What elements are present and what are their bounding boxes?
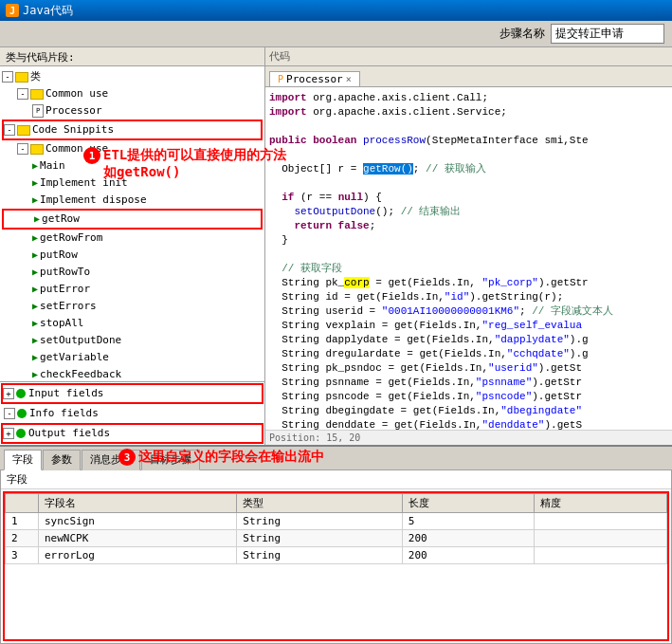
title-bar: J Java代码: [0, 0, 672, 21]
cell-precision: [535, 530, 667, 547]
tree-item-checkfeedback[interactable]: ▶ checkFeedback: [2, 366, 263, 381]
tab-target-steps[interactable]: 目标步骤: [141, 450, 200, 470]
cell-length: 5: [402, 513, 535, 530]
code-line: String psncode = get(Fields.In,"psncode"…: [269, 390, 668, 404]
code-line: String dapplydate = get(Fields.In,"dappl…: [269, 333, 668, 347]
code-line: }: [269, 233, 668, 248]
code-line: return false;: [269, 219, 668, 233]
cell-fieldname: errorLog: [38, 547, 236, 564]
code-line: setOutputDone(); // 结束输出: [269, 205, 668, 219]
arrow-icon: ▶: [32, 158, 38, 174]
code-line: // 获取字段: [269, 262, 668, 276]
arrow-icon: ▶: [34, 212, 40, 227]
tab-params[interactable]: 参数: [43, 450, 81, 470]
cell-type: String: [237, 530, 403, 547]
bottom-section: 3 这里自定义的字段会在输出流中 字段 参数 消息步骤 目标步骤 字段 字: [0, 445, 672, 644]
cell-row-num: 3: [6, 547, 39, 564]
tree-item-puterror[interactable]: ▶ putError: [2, 281, 263, 298]
file-icon: P: [32, 104, 44, 118]
tree-item-code-snippits[interactable]: - Code Snippits: [4, 121, 261, 138]
arrow-icon: ▶: [32, 230, 38, 246]
tree-toggle[interactable]: -: [17, 88, 28, 100]
tree-item-putrow[interactable]: ▶ putRow: [2, 247, 263, 264]
arrow-icon: ▶: [32, 282, 38, 297]
code-line: [269, 248, 668, 262]
code-line: if (r == null) {: [269, 191, 668, 205]
tree-item-processor[interactable]: P Processor: [2, 102, 263, 120]
bottom-tabs: 字段 参数 消息步骤 目标步骤: [0, 447, 672, 469]
code-line: String psnname = get(Fields.In,"psnname"…: [269, 376, 668, 390]
cell-precision: [535, 513, 667, 530]
cell-length: 200: [402, 530, 535, 547]
cell-row-num: 2: [6, 530, 39, 547]
tree-toggle[interactable]: +: [3, 388, 14, 399]
tree-item-common-use2[interactable]: - Common use: [2, 140, 263, 157]
tree-item-setoutputdone[interactable]: ▶ setOutputDone: [2, 332, 263, 349]
code-line: [269, 176, 668, 191]
code-line: [269, 148, 668, 162]
tree-item-output-fields[interactable]: + Output fields: [3, 425, 262, 442]
code-line: [269, 120, 668, 134]
code-line: String id = get(Fields.In,"id").getStrin…: [269, 290, 668, 304]
folder-icon: [30, 144, 44, 155]
cell-fieldname: syncSign: [38, 513, 236, 530]
arrow-icon: ▶: [32, 193, 38, 208]
step-name-value: 提交转正申请: [551, 24, 664, 44]
code-panel-header: 代码: [265, 47, 672, 66]
code-line: String userid = "0001AI10000000001KM6"; …: [269, 304, 668, 319]
col-header-fieldname: 字段名: [38, 494, 236, 513]
output-fields-label: Output fields: [28, 426, 110, 441]
right-panel: 代码 P Processor × import org.apache.axis.…: [265, 47, 672, 445]
tab-message-steps[interactable]: 消息步骤: [82, 450, 140, 470]
tree-toggle[interactable]: -: [17, 143, 28, 155]
col-header-length: 长度: [402, 494, 535, 513]
arrow-icon: ▶: [32, 248, 38, 263]
code-line: String pk_corp = get(Fields.In, "pk_corp…: [269, 276, 668, 290]
tab-fields[interactable]: 字段: [4, 450, 42, 470]
col-header-type: 类型: [237, 494, 403, 513]
tree-item-getrow[interactable]: ▶ getRow: [4, 211, 261, 228]
folder-icon: [15, 72, 28, 83]
tree-toggle[interactable]: -: [4, 408, 15, 419]
tree-item-root-class[interactable]: - 类: [2, 68, 263, 85]
tree-item-getrowfrom[interactable]: ▶ getRowFrom: [2, 230, 263, 247]
green-icon: [17, 409, 27, 418]
code-position: Position: 15, 20: [265, 430, 672, 445]
cell-precision: [535, 547, 667, 564]
cell-fieldname: newNCPK: [38, 530, 236, 547]
app-icon: J: [6, 4, 19, 17]
tree-item-info-fields[interactable]: - Info fields: [0, 405, 264, 422]
code-line: String vexplain = get(Fields.In,"reg_sel…: [269, 319, 668, 333]
folder-icon: [30, 89, 44, 100]
info-fields-label: Info fields: [29, 406, 99, 421]
cell-type: String: [237, 547, 403, 564]
code-line: import org.apache.axis.client.Service;: [269, 105, 668, 120]
tree-item-main[interactable]: ▶ Main: [2, 157, 263, 175]
tree-container[interactable]: - 类 - Common use P Processor: [0, 66, 264, 381]
cell-length: 200: [402, 547, 535, 564]
tree-item-input-fields[interactable]: + Input fields: [3, 385, 262, 402]
tree-item-putrowto[interactable]: ▶ putRowTo: [2, 264, 263, 281]
tree-item-implement-dispose[interactable]: ▶ Implement dispose: [2, 192, 263, 209]
col-header-num: [6, 494, 39, 513]
fields-table-container: 字段名 类型 长度 精度 1 syncSign String 5: [5, 493, 667, 564]
main-container: 步骤名称 提交转正申请 类与代码片段: - 类 - Common use: [0, 21, 672, 644]
arrow-icon: ▶: [32, 367, 38, 381]
arrow-icon: ▶: [32, 333, 38, 348]
tree-item-implement-init[interactable]: ▶ Implement init: [2, 175, 263, 192]
tree-item-seterrors[interactable]: ▶ setErrors: [2, 298, 263, 315]
processor-tab[interactable]: P Processor ×: [269, 71, 360, 86]
code-editor[interactable]: import org.apache.axis.client.Call; impo…: [265, 87, 672, 430]
tree-toggle[interactable]: -: [4, 124, 15, 136]
tree-item-stopall[interactable]: ▶ stopAll: [2, 315, 263, 332]
tree-item-common-use[interactable]: - Common use: [2, 85, 263, 102]
arrow-icon: ▶: [32, 350, 38, 365]
code-line: String dregulardate = get(Fields.In,"cch…: [269, 347, 668, 361]
left-panel-header: 类与代码片段:: [0, 47, 264, 66]
tree-toggle[interactable]: -: [2, 71, 13, 83]
code-label: 代码: [269, 49, 290, 64]
tree-item-getvariable[interactable]: ▶ getVariable: [2, 349, 263, 366]
col-header-precision: 精度: [535, 494, 667, 513]
tree-toggle[interactable]: +: [3, 428, 14, 439]
input-fields-label: Input fields: [28, 386, 103, 401]
